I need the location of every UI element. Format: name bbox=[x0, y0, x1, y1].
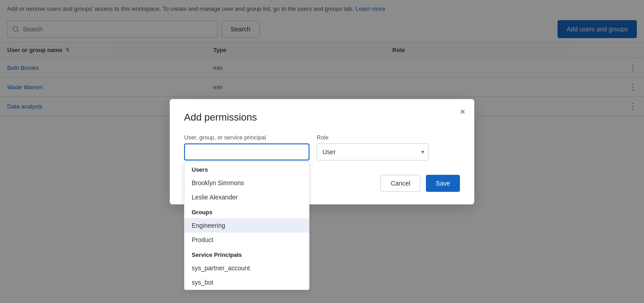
user-group-label: User, group, or service principal bbox=[184, 134, 309, 141]
user-group-dropdown: Users Brooklyn Simmons Leslie Alexander … bbox=[184, 161, 309, 290]
dropdown-item-brooklyn[interactable]: Brooklyn Simmons bbox=[185, 176, 309, 190]
dropdown-item-engineering[interactable]: Engineering bbox=[185, 218, 309, 233]
user-group-input[interactable] bbox=[184, 143, 309, 160]
dropdown-item-sys-bot[interactable]: sys_bot bbox=[185, 275, 309, 290]
role-select-wrap: User Admin Viewer ▾ bbox=[317, 143, 429, 160]
role-select[interactable]: User Admin Viewer bbox=[317, 143, 429, 160]
user-group-field-group: User, group, or service principal Users … bbox=[184, 134, 309, 160]
dropdown-item-product[interactable]: Product bbox=[185, 233, 309, 247]
cancel-button[interactable]: Cancel bbox=[380, 175, 421, 192]
save-button[interactable]: Save bbox=[426, 175, 460, 192]
add-permissions-modal: × Add permissions User, group, or servic… bbox=[170, 99, 474, 204]
modal-overlay: × Add permissions User, group, or servic… bbox=[0, 0, 644, 303]
dropdown-item-sys-partner[interactable]: sys_partner_account bbox=[185, 261, 309, 275]
modal-close-button[interactable]: × bbox=[460, 107, 465, 116]
dropdown-section-service-principals: Service Principals bbox=[185, 247, 309, 261]
dropdown-section-users: Users bbox=[185, 162, 309, 176]
dropdown-section-groups: Groups bbox=[185, 204, 309, 218]
dropdown-item-leslie[interactable]: Leslie Alexander bbox=[185, 190, 309, 204]
role-field-group: Role User Admin Viewer ▾ bbox=[317, 134, 429, 160]
role-label: Role bbox=[317, 134, 429, 141]
form-row: User, group, or service principal Users … bbox=[184, 134, 460, 160]
modal-title: Add permissions bbox=[184, 112, 460, 123]
